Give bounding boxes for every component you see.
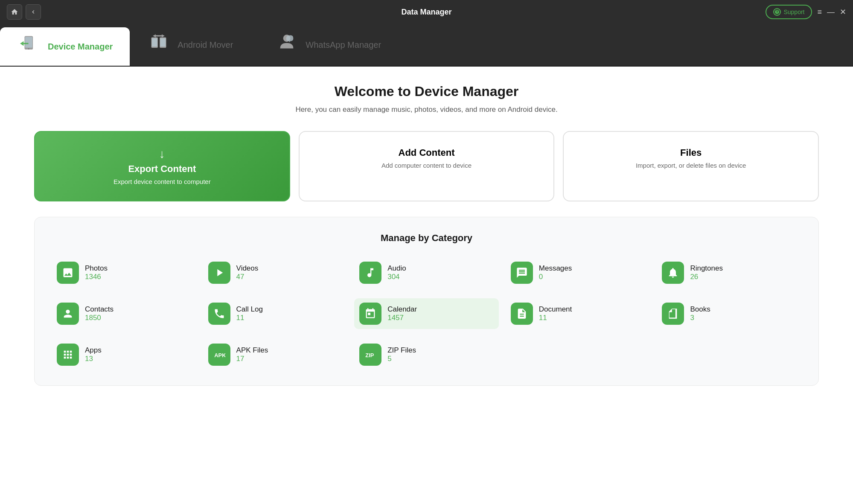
ringtones-name: Ringtones (690, 264, 723, 273)
photos-name: Photos (85, 264, 108, 273)
support-icon (773, 8, 781, 16)
category-title: Manage by Category (52, 233, 801, 244)
books-count: 3 (690, 314, 710, 322)
apps-count: 13 (85, 355, 102, 363)
calendar-name: Calendar (387, 305, 417, 314)
contacts-name: Contacts (85, 305, 114, 314)
tab-device-manager[interactable]: Device Manager (0, 27, 130, 66)
messages-info: Messages 0 (539, 264, 572, 281)
titlebar-right: Support ≡ — ✕ (766, 5, 846, 19)
back-button[interactable] (26, 4, 41, 20)
messages-icon (511, 262, 533, 284)
apps-icon (57, 344, 79, 366)
document-count: 11 (539, 314, 572, 322)
add-content-desc: Add computer content to device (310, 162, 544, 169)
contacts-info: Contacts 1850 (85, 305, 114, 322)
contacts-count: 1850 (85, 314, 114, 322)
category-item-zipfiles[interactable]: ZIP ZIP Files 5 (354, 339, 499, 370)
apkfiles-info: APK Files 17 (236, 346, 268, 363)
svg-text:APK: APK (214, 352, 225, 358)
tab-android-mover-label: Android Mover (178, 40, 233, 50)
export-content-card[interactable]: ↓ Export Content Export device content t… (34, 131, 290, 201)
svg-rect-5 (152, 38, 157, 47)
books-info: Books 3 (690, 305, 710, 322)
tab-android-mover[interactable]: Android Mover (130, 24, 258, 66)
document-icon (511, 303, 533, 325)
titlebar: Data Manager Support ≡ — ✕ (0, 0, 853, 24)
minimize-button[interactable]: — (827, 8, 835, 16)
category-section: Manage by Category Photos 1346 Videos 47… (34, 217, 819, 386)
category-item-apps[interactable]: Apps 13 (52, 339, 196, 370)
audio-info: Audio 304 (387, 264, 406, 281)
calendar-count: 1457 (387, 314, 417, 322)
category-item-books[interactable]: Books 3 (657, 298, 801, 329)
tab-device-manager-label: Device Manager (48, 42, 113, 52)
tab-whatsapp-manager-label: WhatsApp Manager (306, 40, 381, 50)
category-item-contacts[interactable]: Contacts 1850 (52, 298, 196, 329)
svg-text:ZIP: ZIP (366, 352, 374, 358)
ringtones-info: Ringtones 26 (690, 264, 723, 281)
videos-icon (208, 262, 230, 284)
files-desc: Import, export, or delete files on devic… (574, 162, 808, 169)
books-name: Books (690, 305, 710, 314)
document-name: Document (539, 305, 572, 314)
ringtones-icon (662, 262, 684, 284)
calllog-count: 11 (236, 314, 263, 322)
category-item-videos[interactable]: Videos 47 (203, 257, 348, 288)
apkfiles-name: APK Files (236, 346, 268, 355)
svg-point-2 (28, 48, 29, 50)
add-content-card[interactable]: Add Content Add computer content to devi… (299, 131, 555, 201)
category-item-document[interactable]: Document 11 (506, 298, 650, 329)
menu-button[interactable]: ≡ (817, 8, 822, 16)
tabbar: Device Manager Android Mover Whats (0, 24, 853, 67)
category-item-calllog[interactable]: Call Log 11 (203, 298, 348, 329)
window-controls: ≡ — ✕ (817, 8, 846, 16)
contacts-icon (57, 303, 79, 325)
files-card[interactable]: Files Import, export, or delete files on… (563, 131, 819, 201)
category-item-photos[interactable]: Photos 1346 (52, 257, 196, 288)
add-content-title: Add Content (310, 147, 544, 158)
export-content-desc: Export device content to computer (45, 178, 279, 185)
zipfiles-name: ZIP Files (387, 346, 416, 355)
support-button[interactable]: Support (766, 5, 812, 19)
zipfiles-count: 5 (387, 355, 416, 363)
ringtones-count: 26 (690, 273, 723, 281)
category-item-apkfiles[interactable]: APK APK Files 17 (203, 339, 348, 370)
tab-whatsapp-manager[interactable]: WhatsApp Manager (258, 24, 398, 66)
category-item-ringtones[interactable]: Ringtones 26 (657, 257, 801, 288)
audio-name: Audio (387, 264, 406, 273)
messages-name: Messages (539, 264, 572, 273)
category-item-audio[interactable]: Audio 304 (354, 257, 499, 288)
welcome-title: Welcome to Device Manager (34, 84, 819, 99)
videos-count: 47 (236, 273, 259, 281)
titlebar-left (7, 4, 41, 20)
messages-count: 0 (539, 273, 572, 281)
audio-icon (359, 262, 381, 284)
home-button[interactable] (7, 4, 22, 20)
books-icon (662, 303, 684, 325)
app-title: Data Manager (401, 8, 451, 17)
photos-info: Photos 1346 (85, 264, 108, 281)
photos-count: 1346 (85, 273, 108, 281)
photos-icon (57, 262, 79, 284)
audio-count: 304 (387, 273, 406, 281)
zipfiles-icon: ZIP (359, 344, 381, 366)
calllog-name: Call Log (236, 305, 263, 314)
close-button[interactable]: ✕ (840, 8, 846, 16)
files-title: Files (574, 147, 808, 158)
whatsapp-manager-icon (275, 33, 299, 57)
action-cards: ↓ Export Content Export device content t… (34, 131, 819, 201)
export-content-title: Export Content (45, 163, 279, 175)
zipfiles-info: ZIP Files 5 (387, 346, 416, 363)
document-info: Document 11 (539, 305, 572, 322)
export-arrow-icon: ↓ (159, 147, 165, 161)
apps-name: Apps (85, 346, 102, 355)
calllog-icon (208, 303, 230, 325)
svg-rect-6 (160, 38, 166, 47)
category-item-calendar[interactable]: Calendar 1457 (354, 298, 499, 329)
device-manager-icon (17, 35, 41, 58)
svg-rect-1 (25, 37, 32, 48)
category-item-messages[interactable]: Messages 0 (506, 257, 650, 288)
videos-info: Videos 47 (236, 264, 259, 281)
main-content: Welcome to Device Manager Here, you can … (0, 67, 853, 504)
